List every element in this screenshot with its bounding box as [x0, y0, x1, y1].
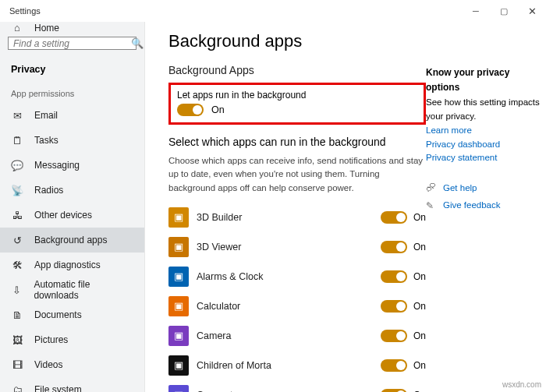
sidebar-item-automatic-file-downloads[interactable]: ⇩Automatic file downloads — [0, 277, 144, 302]
link-learn-more[interactable]: Learn more — [426, 124, 543, 138]
app-toggle[interactable] — [381, 330, 407, 342]
search-input[interactable] — [13, 38, 131, 49]
sidebar-item-messaging[interactable]: 💬Messaging — [0, 153, 144, 178]
home-nav[interactable]: ⌂ Home — [0, 22, 144, 34]
sidebar-item-pictures[interactable]: 🖼Pictures — [0, 327, 144, 352]
settings-app-name: Settings — [9, 6, 41, 16]
master-toggle-label: Let apps run in the background — [177, 90, 417, 101]
app-toggle[interactable] — [381, 359, 407, 372]
app-row-connect: ▣ConnectOn — [168, 383, 426, 392]
close-button[interactable]: ✕ — [518, 0, 546, 22]
app-icon: ▣ — [168, 296, 189, 316]
app-list: ▣3D BuilderOn▣3D ViewerOn▣Alarms & Clock… — [168, 206, 426, 392]
watermark: wsxdn.com — [502, 380, 541, 389]
maximize-button[interactable]: ▢ — [490, 0, 518, 22]
app-row-calculator: ▣CalculatorOn — [168, 295, 426, 318]
app-toggle-state: On — [413, 242, 426, 253]
sidebar-icon: ↺ — [11, 235, 23, 246]
sidebar-item-file-system[interactable]: 🗂File system — [0, 377, 144, 392]
sidebar-icon: 🖧 — [11, 210, 23, 221]
master-toggle[interactable] — [177, 104, 204, 116]
app-name-label: Calculator — [197, 301, 381, 312]
info-sidebar: Know your privacy options See how this s… — [426, 30, 543, 392]
app-row-3d-viewer: ▣3D ViewerOn — [168, 235, 426, 259]
sidebar-item-radios[interactable]: 📡Radios — [0, 178, 144, 203]
titlebar: Settings ─ ▢ ✕ — [0, 0, 546, 22]
sidebar-item-label: Documents — [34, 309, 82, 320]
app-toggle[interactable] — [381, 270, 407, 283]
app-icon: ▣ — [168, 267, 189, 287]
sidebar-item-label: Videos — [34, 359, 62, 370]
give-feedback-row[interactable]: ✎ Give feedback — [426, 199, 543, 214]
app-toggle[interactable] — [381, 241, 407, 253]
app-row-alarms-clock: ▣Alarms & ClockOn — [168, 265, 426, 288]
sidebar-item-label: Automatic file downloads — [34, 279, 133, 301]
app-name-label: 3D Viewer — [197, 242, 381, 253]
page-title: Background apps — [168, 31, 426, 51]
sidebar-icon: 📡 — [11, 185, 23, 196]
home-icon: ⌂ — [11, 22, 23, 34]
settings-search[interactable]: 🔍 — [8, 37, 136, 50]
app-toggle[interactable] — [381, 211, 407, 224]
master-toggle-state: On — [211, 104, 225, 115]
sidebar-item-tasks[interactable]: 🗒Tasks — [0, 128, 144, 153]
sidebar-icon: 🗂 — [11, 384, 23, 393]
app-toggle-state: On — [413, 330, 426, 341]
app-toggle[interactable] — [381, 300, 407, 313]
sidebar-icon: 🗎 — [11, 309, 23, 321]
section-select-apps: Select which apps can run in the backgro… — [168, 136, 426, 148]
minimize-button[interactable]: ─ — [462, 0, 490, 22]
sidebar-item-app-diagnostics[interactable]: 🛠App diagnostics — [0, 253, 144, 277]
sidebar: ⌂ Home 🔍 Privacy App permissions ✉Email🗒… — [0, 22, 145, 392]
sidebar-item-label: File system — [34, 384, 82, 392]
select-apps-description: Choose which apps can receive info, send… — [168, 154, 426, 195]
feedback-icon: ✎ — [426, 199, 437, 214]
app-toggle-state: On — [413, 212, 426, 223]
app-icon: ▣ — [168, 237, 189, 257]
sidebar-item-email[interactable]: ✉Email — [0, 103, 144, 128]
section-background-apps: Background Apps — [168, 64, 426, 76]
app-row-children-of-morta: ▣Children of MortaOn — [168, 354, 426, 377]
sidebar-icon: 🛠 — [11, 260, 23, 271]
app-toggle-state: On — [413, 360, 426, 371]
help-icon: 🗪 — [426, 181, 437, 196]
app-row-3d-builder: ▣3D BuilderOn — [168, 206, 426, 229]
app-name-label: 3D Builder — [197, 212, 381, 223]
sidebar-item-label: Messaging — [34, 160, 80, 171]
content-area: Background apps Background Apps Let apps… — [145, 22, 546, 392]
sidebar-item-label: Background apps — [34, 235, 107, 245]
get-help-link[interactable]: Get help — [443, 182, 477, 196]
sidebar-item-label: Email — [34, 110, 58, 121]
app-icon: ▣ — [168, 385, 189, 392]
sidebar-item-other-devices[interactable]: 🖧Other devices — [0, 203, 144, 228]
highlighted-master-toggle: Let apps run in the background On — [168, 83, 426, 125]
link-privacy-dashboard[interactable]: Privacy dashboard — [426, 138, 543, 152]
app-name-label: Alarms & Clock — [197, 271, 381, 282]
app-name-label: Camera — [197, 330, 381, 341]
sidebar-item-label: Tasks — [34, 135, 58, 146]
privacy-heading: Privacy — [0, 56, 144, 78]
search-icon: 🔍 — [131, 37, 144, 49]
sidebar-item-videos[interactable]: 🎞Videos — [0, 352, 144, 377]
sidebar-icon: 🖼 — [11, 334, 23, 346]
get-help-row[interactable]: 🗪 Get help — [426, 181, 543, 196]
privacy-options-desc: See how this setting impacts your privac… — [426, 96, 543, 124]
app-row-camera: ▣CameraOn — [168, 324, 426, 348]
app-toggle[interactable] — [381, 389, 407, 392]
sidebar-icon: 💬 — [11, 160, 23, 171]
app-name-label: Children of Morta — [197, 360, 381, 371]
sidebar-icon: 🗒 — [11, 135, 23, 147]
sidebar-icon: ✉ — [11, 110, 23, 122]
app-icon: ▣ — [168, 326, 189, 346]
app-permissions-heading: App permissions — [0, 78, 144, 103]
app-icon: ▣ — [168, 355, 189, 376]
sidebar-item-label: Radios — [34, 185, 63, 196]
give-feedback-link[interactable]: Give feedback — [443, 199, 501, 213]
app-icon: ▣ — [168, 207, 189, 228]
sidebar-item-background-apps[interactable]: ↺Background apps — [0, 228, 144, 253]
sidebar-item-label: Pictures — [34, 334, 68, 345]
app-toggle-state: On — [413, 301, 426, 312]
link-privacy-statement[interactable]: Privacy statement — [426, 151, 543, 165]
sidebar-item-documents[interactable]: 🗎Documents — [0, 302, 144, 327]
app-toggle-state: On — [413, 271, 426, 282]
